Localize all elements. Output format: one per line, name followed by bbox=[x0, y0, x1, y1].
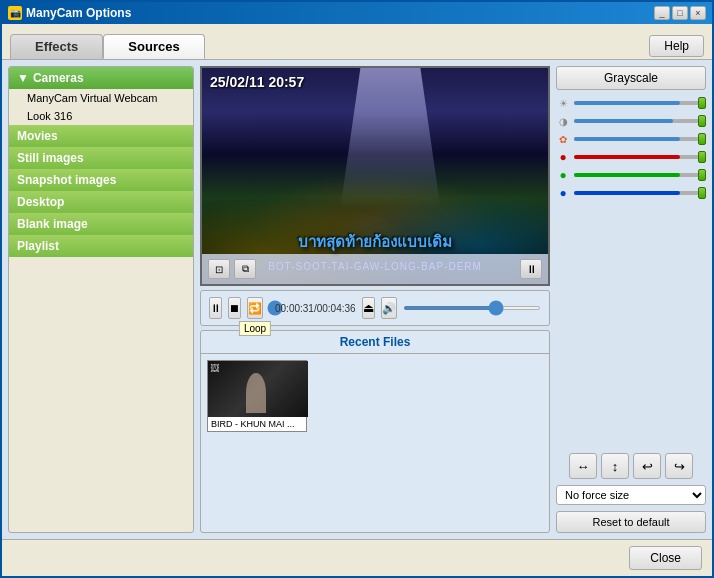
grayscale-button[interactable]: Grayscale bbox=[556, 66, 706, 90]
sliders-panel: ☀ ◑ ✿ bbox=[556, 96, 706, 447]
sidebar-item-manycam[interactable]: ManyCam Virtual Webcam bbox=[9, 89, 193, 107]
subtitle-romanized: BOT-SOOT-TAI-GAW-LONG-BAP-DERM bbox=[202, 261, 548, 272]
cameras-group-header[interactable]: ▼ Cameras bbox=[9, 67, 193, 89]
tab-bar: Effects Sources Help bbox=[2, 24, 712, 60]
bottom-bar: Close bbox=[2, 539, 712, 576]
loop-button[interactable]: 🔁 Loop bbox=[247, 297, 263, 319]
tab-sources[interactable]: Sources bbox=[103, 34, 204, 59]
time-display: 00:00:31/00:04:36 bbox=[275, 303, 356, 314]
video-area: 25/02/11 20:57 บาทสุดท้ายก้องแบบเดิม BOT… bbox=[200, 66, 550, 286]
window-controls: _ □ × bbox=[654, 6, 706, 20]
green-thumb[interactable] bbox=[698, 169, 706, 181]
main-window: 📷 ManyCam Options _ □ × Effects Sources … bbox=[0, 0, 714, 578]
recent-files-content: × 🖼 BIRD - KHUN MAI ... bbox=[201, 354, 549, 438]
saturation-track[interactable] bbox=[574, 137, 706, 141]
green-fill bbox=[574, 173, 680, 177]
cameras-label: Cameras bbox=[33, 71, 84, 85]
play-pause-button[interactable]: ⏸ bbox=[209, 297, 222, 319]
title-bar: 📷 ManyCam Options _ □ × bbox=[2, 2, 712, 24]
tab-effects[interactable]: Effects bbox=[10, 34, 103, 59]
close-button[interactable]: Close bbox=[629, 546, 702, 570]
thumb-figure bbox=[246, 373, 266, 413]
volume-slider[interactable] bbox=[403, 306, 541, 310]
sidebar-section-playlist[interactable]: Playlist bbox=[9, 235, 193, 257]
subtitle-text: บาทสุดท้ายก้องแบบเดิม bbox=[202, 230, 548, 254]
contrast-thumb[interactable] bbox=[698, 115, 706, 127]
file-thumbnail-image: 🖼 bbox=[208, 361, 308, 417]
minimize-button[interactable]: _ bbox=[654, 6, 670, 20]
contrast-track[interactable] bbox=[574, 119, 706, 123]
stop-button[interactable]: ⏹ bbox=[228, 297, 241, 319]
green-slider-row: ● bbox=[556, 168, 706, 182]
contrast-fill bbox=[574, 119, 673, 123]
eject-button[interactable]: ⏏ bbox=[362, 297, 375, 319]
green-track[interactable] bbox=[574, 173, 706, 177]
right-panel: Grayscale ☀ ◑ bbox=[556, 66, 706, 533]
sidebar-section-blankimage[interactable]: Blank image bbox=[9, 213, 193, 235]
undo-button[interactable]: ↩ bbox=[633, 453, 661, 479]
green-icon: ● bbox=[556, 168, 570, 182]
force-size-select[interactable]: No force size 320x240 640x480 1280x720 bbox=[556, 485, 706, 505]
saturation-icon: ✿ bbox=[556, 132, 570, 146]
file-image-icon: 🖼 bbox=[210, 363, 219, 373]
saturation-thumb[interactable] bbox=[698, 133, 706, 145]
contrast-icon: ◑ bbox=[556, 114, 570, 128]
action-buttons: ↔ ↕ ↩ ↪ bbox=[556, 453, 706, 479]
red-thumb[interactable] bbox=[698, 151, 706, 163]
brightness-icon: ☀ bbox=[556, 96, 570, 110]
blue-icon: ● bbox=[556, 186, 570, 200]
flip-horizontal-button[interactable]: ↔ bbox=[569, 453, 597, 479]
loop-tooltip: Loop bbox=[239, 321, 271, 336]
title-bar-left: 📷 ManyCam Options bbox=[8, 6, 131, 20]
maximize-button[interactable]: □ bbox=[672, 6, 688, 20]
blue-slider-row: ● bbox=[556, 186, 706, 200]
brightness-thumb[interactable] bbox=[698, 97, 706, 109]
blue-fill bbox=[574, 191, 680, 195]
help-button[interactable]: Help bbox=[649, 35, 704, 57]
reset-button[interactable]: Reset to default bbox=[556, 511, 706, 533]
center-panel: 25/02/11 20:57 บาทสุดท้ายก้องแบบเดิม BOT… bbox=[200, 66, 550, 533]
main-content: ▼ Cameras ManyCam Virtual Webcam Look 31… bbox=[2, 60, 712, 539]
tabs: Effects Sources bbox=[10, 34, 205, 59]
brightness-track[interactable] bbox=[574, 101, 706, 105]
blue-track[interactable] bbox=[574, 191, 706, 195]
recent-files-section: Recent Files × 🖼 BIRD - KHUN MAI ... bbox=[200, 330, 550, 533]
saturation-fill bbox=[574, 137, 680, 141]
sidebar-item-look316[interactable]: Look 316 bbox=[9, 107, 193, 125]
window-title: ManyCam Options bbox=[26, 6, 131, 20]
transport-bar: ⏸ ⏹ 🔁 Loop 00:00:31/00:04:36 ⏏ 🔊 bbox=[200, 290, 550, 326]
brightness-slider-row: ☀ bbox=[556, 96, 706, 110]
video-timestamp: 25/02/11 20:57 bbox=[210, 74, 304, 90]
blue-thumb[interactable] bbox=[698, 187, 706, 199]
saturation-slider-row: ✿ bbox=[556, 132, 706, 146]
app-icon: 📷 bbox=[8, 6, 22, 20]
brightness-fill bbox=[574, 101, 680, 105]
contrast-slider-row: ◑ bbox=[556, 114, 706, 128]
mute-button[interactable]: 🔊 bbox=[381, 297, 397, 319]
file-thumb[interactable]: × 🖼 BIRD - KHUN MAI ... bbox=[207, 360, 307, 432]
file-label: BIRD - KHUN MAI ... bbox=[208, 417, 306, 431]
red-fill bbox=[574, 155, 680, 159]
flip-vertical-button[interactable]: ↕ bbox=[601, 453, 629, 479]
close-window-button[interactable]: × bbox=[690, 6, 706, 20]
red-icon: ● bbox=[556, 150, 570, 164]
red-track[interactable] bbox=[574, 155, 706, 159]
sidebar-section-stillimages[interactable]: Still images bbox=[9, 147, 193, 169]
red-slider-row: ● bbox=[556, 150, 706, 164]
sidebar-section-desktop[interactable]: Desktop bbox=[9, 191, 193, 213]
stage-light bbox=[340, 68, 440, 208]
sidebar-section-snapshotimages[interactable]: Snapshot images bbox=[9, 169, 193, 191]
sidebar: ▼ Cameras ManyCam Virtual Webcam Look 31… bbox=[8, 66, 194, 533]
arrow-icon: ▼ bbox=[17, 71, 29, 85]
redo-button[interactable]: ↪ bbox=[665, 453, 693, 479]
sidebar-section-movies[interactable]: Movies bbox=[9, 125, 193, 147]
